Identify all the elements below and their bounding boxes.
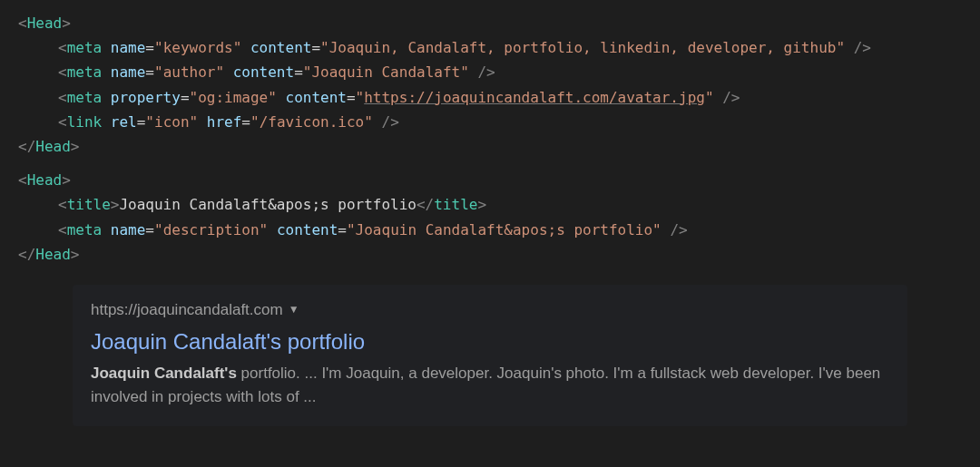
search-result-card: https://joaquincandalaft.com ▼ Joaquin C… <box>73 285 907 426</box>
link-favicon: <link rel="icon" href="/favicon.ico" /> <box>18 110 980 134</box>
head-open-2: <Head> <box>18 168 980 192</box>
title-tag: <title>Joaquin Candalaft&apos;s portfoli… <box>18 192 980 217</box>
search-result-url-row: https://joaquincandalaft.com ▼ <box>91 299 889 321</box>
chevron-down-icon[interactable]: ▼ <box>289 302 299 317</box>
meta-author: <meta name="author" content="Joaquin Can… <box>18 60 980 84</box>
meta-description: <meta name="description" content="Joaqui… <box>18 218 980 242</box>
search-result-description: Joaquin Candalaft's portfolio. ... I'm J… <box>91 362 889 408</box>
code-block-2: <Head> <title>Joaquin Candalaft&apos;s p… <box>0 168 980 267</box>
search-result-url[interactable]: https://joaquincandalaft.com <box>91 299 283 321</box>
head-close-2: </Head> <box>18 242 980 267</box>
search-result-title[interactable]: Joaquin Candalaft's portfolio <box>91 326 889 357</box>
meta-ogimage: <meta property="og:image" content="https… <box>18 85 980 110</box>
code-block-1: <Head> <meta name="keywords" content="Jo… <box>0 11 980 159</box>
meta-keywords: <meta name="keywords" content="Joaquin, … <box>18 35 980 60</box>
head-open: <Head> <box>18 11 980 35</box>
head-close: </Head> <box>18 134 980 159</box>
